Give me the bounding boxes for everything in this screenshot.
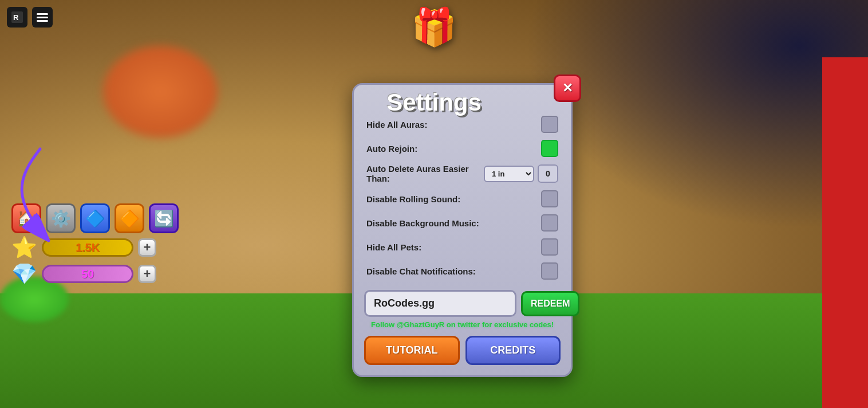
hide-auras-checkbox[interactable] (541, 116, 558, 133)
setting-row-disable-sound: Disable Rolling Sound: (364, 187, 561, 211)
credits-button[interactable]: CREDITS (465, 336, 561, 365)
stars-plus-button[interactable]: + (138, 238, 156, 257)
hide-auras-label: Hide All Auras: (366, 120, 427, 130)
star-icon: ⭐ (11, 236, 37, 260)
svg-rect-3 (37, 17, 48, 18)
blue-gem-icon-button[interactable]: 🔷 (80, 203, 110, 233)
blob-orange (103, 46, 218, 138)
setting-row-auto-rejoin: Auto Rejoin: (364, 136, 561, 160)
roblox-logo-icon[interactable]: R (7, 7, 27, 28)
auto-delete-label: Auto Delete Auras Easier Than: (366, 164, 484, 183)
follow-text: Follow @GhaztGuyR on twitter for exclusi… (364, 320, 561, 329)
hud-container: 🏠 ⚙️ 🔷 🔶 🔄 ⭐ 1.5K + 💎 50 + (11, 203, 179, 286)
close-button[interactable]: ✕ (554, 74, 581, 102)
gems-value: 50 (81, 268, 94, 281)
settings-title: Settings (386, 89, 482, 116)
setting-row-disable-music: Disable Background Music: (364, 211, 561, 235)
stars-track: 1.5K (42, 238, 133, 257)
setting-row-hide-pets: Hide All Pets: (364, 235, 561, 259)
gems-plus-button[interactable]: + (138, 265, 156, 283)
house-icon-button[interactable]: 🏠 (11, 203, 41, 233)
svg-rect-2 (37, 13, 48, 15)
gem-icon: 💎 (11, 262, 37, 286)
auto-rejoin-label: Auto Rejoin: (366, 144, 417, 154)
auto-delete-select[interactable]: 1 in 1 in 10 1 in 100 (484, 166, 534, 182)
setting-row-disable-chat: Disable Chat Notifications: (364, 259, 561, 283)
tutorial-button[interactable]: TUTORIAL (364, 336, 460, 365)
roblox-menu-icon[interactable] (32, 7, 53, 28)
refresh-icon-button[interactable]: 🔄 (149, 203, 179, 233)
disable-music-checkbox[interactable] (541, 214, 558, 232)
svg-rect-4 (37, 20, 48, 22)
disable-chat-checkbox[interactable] (541, 262, 558, 280)
brick-wall (822, 57, 868, 408)
auto-delete-number: 0 (538, 164, 558, 183)
auto-rejoin-checkbox[interactable] (541, 140, 558, 157)
redeem-button[interactable]: REDEEM (521, 291, 579, 316)
gems-bar: 💎 50 + (11, 262, 179, 286)
settings-modal: ✕ Hide All Auras: Auto Rejoin: Auto Dele… (352, 83, 573, 377)
stars-value: 1.5K (76, 241, 100, 254)
svg-text:R: R (13, 13, 19, 22)
setting-row-auto-delete: Auto Delete Auras Easier Than: 1 in 1 in… (364, 160, 561, 187)
settings-body: Hide All Auras: Auto Rejoin: Auto Delete… (364, 112, 561, 365)
sky-dark (524, 0, 868, 229)
disable-sound-label: Disable Rolling Sound: (366, 194, 460, 204)
auto-delete-inputs: 1 in 1 in 10 1 in 100 0 (484, 164, 558, 183)
gear-icon-button[interactable]: ⚙️ (46, 203, 76, 233)
gems-track: 50 (42, 265, 133, 283)
disable-chat-label: Disable Chat Notifications: (366, 266, 476, 276)
hud-icon-row: 🏠 ⚙️ 🔷 🔶 🔄 (11, 203, 179, 233)
hide-pets-checkbox[interactable] (541, 238, 558, 256)
disable-music-label: Disable Background Music: (366, 218, 479, 228)
disable-sound-checkbox[interactable] (541, 190, 558, 207)
gift-icon[interactable]: 🎁 (411, 6, 457, 49)
roblox-icons: R (7, 7, 53, 28)
stars-bar: ⭐ 1.5K + (11, 236, 179, 260)
code-area: REDEEM (364, 290, 561, 317)
bottom-buttons: TUTORIAL CREDITS (364, 336, 561, 365)
orange-gem-icon-button[interactable]: 🔶 (115, 203, 144, 233)
hide-pets-label: Hide All Pets: (366, 242, 421, 252)
code-input[interactable] (364, 290, 516, 317)
